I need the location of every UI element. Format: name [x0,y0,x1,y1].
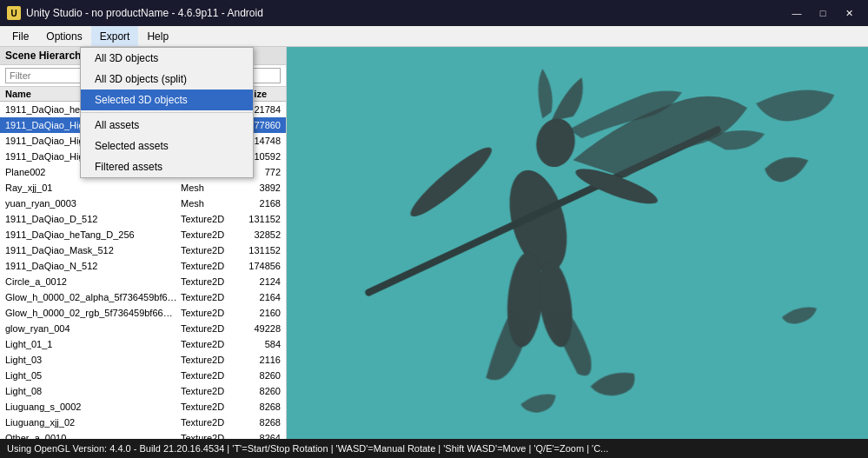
table-row[interactable]: Liuguang_xjj_02Texture2D8268 [0,415,286,430]
asset-type-cell: Texture2D [177,308,238,318]
export-dropdown: All 3D objects All 3D objects (split) Se… [80,47,254,178]
asset-size-cell: 8260 [238,386,286,396]
asset-name-cell: Circle_a_0012 [0,276,177,287]
asset-size-cell: 32852 [238,229,286,240]
asset-size-cell: 8268 [238,402,286,412]
asset-name-cell: Light_08 [0,386,177,396]
asset-name-cell: 1911_DaQiao_D_512 [0,214,177,224]
maximize-button[interactable]: □ [811,4,835,22]
menu-help[interactable]: Help [138,26,177,46]
asset-name-cell: Light_01_1 [0,339,177,349]
asset-size-cell: 8260 [238,370,286,381]
asset-type-cell: Texture2D [177,323,238,334]
status-text: Using OpenGL Version: 4.4.0 - Build 21.2… [7,443,608,454]
viewport[interactable] [287,47,868,439]
asset-type-cell: Mesh [177,198,238,209]
asset-size-cell: 174856 [238,261,286,271]
table-row[interactable]: 1911_DaQiao_heTang_D_256Texture2D32852 [0,227,286,242]
asset-name-cell: Light_03 [0,355,177,365]
menu-options[interactable]: Options [37,26,90,46]
menu-bar: File Options Export Help [0,26,868,47]
table-row[interactable]: Light_01_1Texture2D584 [0,336,286,352]
menu-file[interactable]: File [3,26,37,46]
table-row[interactable]: Glow_h_0000_02_rgb_5f736459bf66789e843cc… [0,305,286,321]
asset-size-cell: 2164 [238,292,286,302]
asset-name-cell: Glow_h_0000_02_rgb_5f736459bf66789e843cc… [0,308,177,318]
title-text: U Unity Studio - no productName - 4.6.9p… [7,6,263,20]
asset-type-cell: Texture2D [177,229,238,240]
asset-type-cell: Texture2D [177,261,238,271]
export-selected-assets[interactable]: Selected assets [81,136,253,156]
table-row[interactable]: Other_a_0010Texture2D8264 [0,430,286,439]
export-all-3d-split[interactable]: All 3D objects (split) [81,69,253,90]
title-bar: U Unity Studio - no productName - 4.6.9p… [0,0,868,26]
window-controls[interactable]: — □ ✕ [785,4,861,22]
asset-size-cell: 2124 [238,276,286,287]
table-row[interactable]: 1911_DaQiao_D_512Texture2D131152 [0,211,286,227]
asset-type-cell: Texture2D [177,355,238,365]
table-row[interactable]: yuan_ryan_0003Mesh2168 [0,196,286,211]
window-title: Unity Studio - no productName - 4.6.9p11… [26,7,263,19]
asset-size-cell: 584 [238,339,286,349]
table-row[interactable]: Circle_a_0012Texture2D2124 [0,274,286,289]
asset-size-cell: 2168 [238,198,286,209]
table-row[interactable]: 1911_DaQiao_Mask_512Texture2D131152 [0,242,286,258]
asset-name-cell: Ray_xjj_01 [0,183,177,193]
asset-name-cell: Light_05 [0,370,177,381]
asset-size-cell: 131152 [238,245,286,256]
asset-type-cell: Texture2D [177,292,238,302]
minimize-button[interactable]: — [785,4,809,22]
asset-size-cell: 2116 [238,355,286,365]
asset-type-cell: Texture2D [177,214,238,224]
close-button[interactable]: ✕ [837,4,861,22]
export-selected-3d[interactable]: Selected 3D objects [81,90,253,110]
table-row[interactable]: Glow_h_0000_02_alpha_5f736459bf66789e843… [0,289,286,305]
asset-name-cell: Liuguang_xjj_02 [0,417,177,428]
asset-name-cell: Glow_h_0000_02_alpha_5f736459bf66789e843… [0,292,177,302]
table-row[interactable]: glow_ryan_004Texture2D49228 [0,321,286,336]
table-row[interactable]: Light_03Texture2D2116 [0,352,286,368]
dropdown-separator [81,112,253,113]
asset-type-cell: Texture2D [177,433,238,439]
menu-export[interactable]: Export [91,26,139,46]
asset-name-cell: 1911_DaQiao_N_512 [0,261,177,271]
asset-name-cell: yuan_ryan_0003 [0,198,177,209]
asset-type-cell: Texture2D [177,417,238,428]
asset-name-cell: Other_a_0010 [0,433,177,439]
svg-point-3 [404,140,498,223]
table-row[interactable]: Light_05Texture2D8260 [0,368,286,383]
status-bar: Using OpenGL Version: 4.4.0 - Build 21.2… [0,439,868,458]
asset-name-cell: glow_ryan_004 [0,323,177,334]
table-row[interactable]: Ray_xjj_01Mesh3892 [0,180,286,196]
3d-model-display [287,47,868,439]
table-row[interactable]: 1911_DaQiao_N_512Texture2D174856 [0,258,286,274]
asset-size-cell: 49228 [238,323,286,334]
table-row[interactable]: Liuguang_s_0002Texture2D8268 [0,399,286,415]
asset-type-cell: Mesh [177,183,238,193]
asset-size-cell: 2160 [238,308,286,318]
asset-type-cell: Texture2D [177,276,238,287]
asset-type-cell: Texture2D [177,386,238,396]
export-all-3d[interactable]: All 3D objects [81,48,253,69]
asset-type-cell: Texture2D [177,339,238,349]
asset-name-cell: Liuguang_s_0002 [0,402,177,412]
asset-name-cell: 1911_DaQiao_Mask_512 [0,245,177,256]
asset-type-cell: Texture2D [177,402,238,412]
table-row[interactable]: Light_08Texture2D8260 [0,383,286,399]
asset-type-cell: Texture2D [177,370,238,381]
asset-name-cell: 1911_DaQiao_heTang_D_256 [0,229,177,240]
col-scroll-space [272,89,286,99]
asset-type-cell: Texture2D [177,245,238,256]
asset-size-cell: 3892 [238,183,286,193]
asset-size-cell: 8264 [238,433,286,439]
asset-size-cell: 131152 [238,214,286,224]
export-filtered-assets[interactable]: Filtered assets [81,156,253,177]
unity-icon: U [7,6,21,20]
svg-point-1 [533,116,579,170]
export-all-assets[interactable]: All assets [81,115,253,136]
asset-size-cell: 8268 [238,417,286,428]
